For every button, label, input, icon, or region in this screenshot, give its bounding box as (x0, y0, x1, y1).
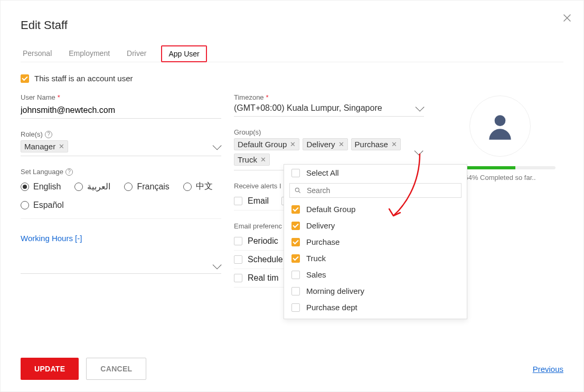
required-marker: * (266, 93, 269, 101)
tab-driver[interactable]: Driver (125, 45, 148, 62)
account-user-checkbox[interactable] (21, 74, 29, 83)
radio-icon (183, 183, 192, 191)
tab-personal[interactable]: Personal (21, 45, 54, 62)
dd-item[interactable]: Truck (284, 250, 467, 266)
lang-chinese[interactable]: 中文 (183, 181, 213, 192)
chevron-down-icon[interactable] (213, 260, 222, 269)
help-icon[interactable]: ? (65, 168, 73, 176)
lang-french[interactable]: Français (124, 181, 169, 192)
role-chip-label: Manager (24, 142, 55, 151)
svg-point-2 (295, 188, 299, 192)
radio-icon (21, 183, 29, 191)
tab-app-user[interactable]: App User (161, 45, 206, 62)
language-label: Set Language (21, 168, 63, 176)
dd-item[interactable]: Purchase (284, 234, 467, 250)
dd-item[interactable]: Sales (284, 266, 467, 283)
working-hours-link[interactable]: Working Hours [-] (21, 234, 82, 243)
pref-schedule-checkbox[interactable] (234, 255, 242, 264)
previous-link[interactable]: Previous (533, 365, 563, 374)
lang-spanish[interactable]: Español (21, 200, 64, 210)
search-icon (294, 187, 302, 194)
chevron-down-icon (213, 141, 222, 150)
dd-search-input[interactable] (306, 186, 457, 195)
page-title: Edit Staff (21, 18, 563, 32)
dd-select-all[interactable]: Select All (284, 165, 467, 181)
chip-remove-icon[interactable]: ✕ (391, 141, 397, 148)
dd-checkbox[interactable] (291, 303, 300, 312)
radio-icon (124, 183, 133, 191)
progress-text: 64% Completed so far.. (464, 174, 535, 181)
required-marker: * (58, 93, 60, 101)
timezone-label: Timezone (234, 93, 264, 101)
radio-icon (21, 201, 29, 209)
username-label: User Name (21, 93, 55, 101)
dd-item[interactable]: Delivery (284, 217, 467, 234)
lang-arabic[interactable]: العربية (74, 181, 110, 192)
dd-item[interactable]: Default Group (284, 201, 467, 217)
dd-checkbox[interactable] (291, 205, 300, 214)
svg-point-4 (495, 115, 506, 126)
email-prefs-label: Email preferenc (234, 222, 282, 230)
chip-remove-icon[interactable]: ✕ (290, 141, 296, 148)
roles-label: Role(s) (21, 130, 43, 138)
dd-checkbox[interactable] (291, 254, 300, 263)
account-user-label: This staff is an account user (34, 74, 133, 83)
dd-search[interactable] (289, 183, 461, 198)
chip-remove-icon[interactable]: ✕ (59, 143, 64, 150)
dd-checkbox[interactable] (291, 238, 300, 246)
tab-employment[interactable]: Employment (67, 45, 112, 62)
dd-item[interactable]: Purchase dept (284, 299, 467, 315)
groups-label: Group(s) (234, 128, 261, 136)
radio-icon (74, 183, 83, 191)
alert-email-checkbox[interactable] (234, 197, 242, 205)
dd-item[interactable]: Morning delivery (284, 283, 467, 299)
alerts-label: Receive alerts I (234, 182, 281, 190)
pref-realtime-checkbox[interactable] (234, 274, 242, 282)
roles-select[interactable]: Manager ✕ (21, 140, 221, 156)
chevron-down-icon (415, 146, 423, 155)
help-icon[interactable]: ? (45, 131, 52, 138)
close-icon[interactable] (562, 13, 572, 25)
svg-line-3 (299, 192, 300, 193)
chevron-down-icon (416, 102, 425, 111)
lang-english[interactable]: English (21, 181, 61, 192)
timezone-select[interactable]: (GMT+08:00) Kuala Lumpur, Singapore (234, 103, 424, 117)
groups-dropdown[interactable]: Select All Default Group Delivery Purcha… (284, 164, 467, 319)
dd-checkbox[interactable] (291, 222, 300, 230)
update-button[interactable]: UPDATE (21, 358, 79, 380)
select-all-checkbox[interactable] (291, 169, 300, 177)
user-icon (484, 110, 516, 142)
tabs: Personal Employment Driver App User (21, 45, 563, 62)
dd-checkbox[interactable] (291, 271, 300, 279)
chip-remove-icon[interactable]: ✕ (338, 141, 344, 148)
cancel-button[interactable]: CANCEL (86, 358, 146, 380)
dd-checkbox[interactable] (291, 287, 300, 295)
pref-periodic-checkbox[interactable] (234, 237, 242, 245)
chip-remove-icon[interactable]: ✕ (260, 156, 266, 163)
username-input[interactable] (21, 103, 221, 119)
avatar[interactable] (469, 95, 531, 157)
